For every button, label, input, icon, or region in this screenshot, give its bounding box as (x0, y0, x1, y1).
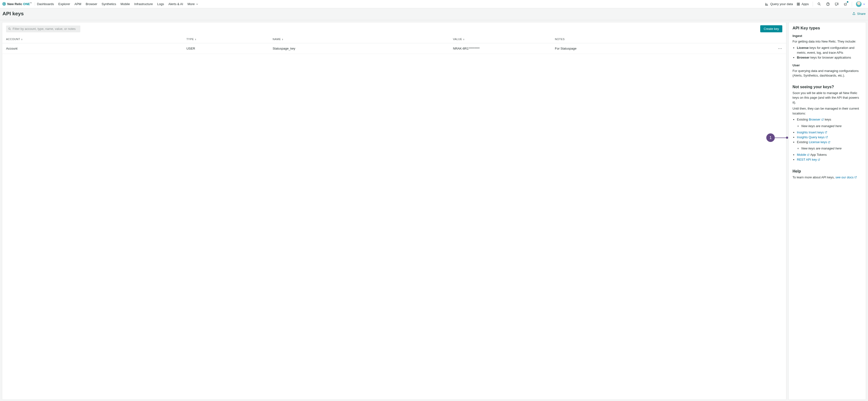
topnav-right: Query your data Apps (765, 1, 866, 7)
search-icon (8, 27, 11, 31)
nav-browser[interactable]: Browser (86, 2, 97, 6)
li-managed-here: New keys are managed here (801, 146, 862, 151)
chart-icon (765, 2, 769, 6)
external-link-icon (821, 118, 824, 121)
nav-more[interactable]: More (187, 2, 198, 6)
side-heading-notseeing: Not seeing your keys? (793, 85, 862, 89)
chat-icon (835, 2, 839, 6)
nav-infrastructure[interactable]: Infrastructure (134, 2, 153, 6)
cell-type: USER (183, 43, 269, 54)
link-mobile[interactable]: Mobile (797, 152, 809, 157)
ingest-li-browser: Browser keys for browser applications (797, 55, 862, 60)
col-value[interactable]: VALUE▲▼ (449, 35, 551, 43)
feedback-button[interactable] (834, 2, 839, 6)
table-row: Account USER Statuspage_key NRAK-8R1****… (2, 43, 786, 54)
keys-toolbar: Create key (2, 22, 786, 35)
help-icon (826, 2, 830, 6)
row-actions-button[interactable]: ··· (774, 43, 786, 54)
filter-wrap (6, 26, 80, 32)
side-heading-ingest: Ingest (793, 34, 862, 38)
nav-logs[interactable]: Logs (157, 2, 164, 6)
nav-explorer[interactable]: Explorer (58, 2, 70, 6)
external-link-icon (807, 153, 809, 156)
whats-new-button[interactable] (843, 2, 848, 6)
cell-account: Account (2, 43, 183, 54)
nav-dashboards[interactable]: Dashboards (37, 2, 54, 6)
col-account[interactable]: ACCOUNT▲▼ (2, 35, 183, 43)
external-link-icon (817, 159, 820, 161)
external-link-icon (854, 176, 857, 179)
li-mobile: Mobile App Tokens (797, 152, 862, 157)
li-existing-license: Existing License keys New keys are manag… (797, 140, 862, 151)
cell-notes: For Statuspage (551, 43, 774, 54)
cell-name: Statuspage_key (269, 43, 449, 54)
nav-mobile[interactable]: Mobile (121, 2, 130, 6)
external-link-icon (825, 136, 828, 139)
notseeing-p1: Soon you will be able to manage all New … (793, 91, 862, 105)
brand-logo-icon (2, 2, 6, 6)
apps-link[interactable]: Apps (797, 2, 809, 6)
ingest-li-license: License keys for agent configuration and… (797, 46, 862, 55)
share-icon (852, 12, 856, 15)
user-menu[interactable] (856, 1, 866, 7)
search-icon (817, 2, 821, 6)
cell-value: NRAK-8R1********* (449, 43, 551, 54)
ingest-desc: For getting data into New Relic. They in… (793, 39, 862, 44)
col-notes: NOTES (551, 35, 774, 43)
top-nav: New Relic ONE™ Dashboards Explorer APM B… (0, 0, 868, 8)
li-existing-browser: Existing Browser keys New keys are manag… (797, 117, 862, 128)
link-insights-query[interactable]: Insights Query keys (797, 135, 828, 140)
nav-more-label: More (187, 2, 195, 6)
link-insights-insert[interactable]: Insights Insert keys (797, 130, 827, 135)
notseeing-p2: Until then, they can be managed in their… (793, 106, 862, 116)
help-p: To learn more about API keys, see our do… (793, 175, 862, 180)
side-heading-types: API Key types (793, 26, 862, 31)
nav-alerts-ai[interactable]: Alerts & AI (168, 2, 183, 6)
keys-panel: Create key ACCOUNT▲▼ TYPE▲▼ NAME▲▼ VALUE… (2, 22, 786, 400)
info-panel: API Key types Ingest For getting data in… (788, 22, 866, 400)
chevron-down-icon (863, 3, 866, 6)
brand-logo[interactable]: New Relic ONE™ (2, 2, 35, 6)
sort-icon: ▲▼ (282, 38, 283, 40)
create-key-button[interactable]: Create key (760, 25, 782, 32)
share-label: Share (857, 12, 866, 16)
apps-grid-icon (797, 2, 800, 6)
nav-links: Dashboards Explorer APM Browser Syntheti… (37, 2, 198, 6)
user-desc: For querying data and managing configura… (793, 68, 862, 78)
link-browser-keys[interactable]: Browser (809, 117, 824, 122)
help-button[interactable] (826, 2, 830, 6)
page-header: API keys Share (0, 8, 868, 20)
share-button[interactable]: Share (852, 12, 866, 16)
external-link-icon (828, 141, 830, 144)
sort-icon: ▲▼ (21, 38, 23, 40)
megaphone-icon (843, 2, 847, 6)
filter-input[interactable] (12, 27, 79, 31)
side-heading-help: Help (793, 169, 862, 174)
brand-name: New Relic ONE™ (7, 2, 32, 6)
li-insights-insert: Insights Insert keys (797, 130, 862, 135)
main: Create key ACCOUNT▲▼ TYPE▲▼ NAME▲▼ VALUE… (0, 20, 868, 401)
sort-icon: ▲▼ (195, 38, 196, 40)
page-title: API keys (2, 11, 24, 17)
col-actions (774, 35, 786, 43)
side-heading-user: User (793, 63, 862, 67)
li-managed-here: New keys are managed here (801, 124, 862, 128)
nav-synthetics[interactable]: Synthetics (102, 2, 116, 6)
table-header-row: ACCOUNT▲▼ TYPE▲▼ NAME▲▼ VALUE▲▼ NOTES (2, 35, 786, 43)
link-license-keys[interactable]: License keys (809, 140, 830, 145)
global-search-button[interactable] (817, 2, 822, 6)
nav-apm[interactable]: APM (74, 2, 81, 6)
query-your-data-link[interactable]: Query your data (765, 2, 793, 6)
chevron-down-icon (196, 3, 198, 6)
col-name[interactable]: NAME▲▼ (269, 35, 449, 43)
li-insights-query: Insights Query keys (797, 135, 862, 140)
keys-table: ACCOUNT▲▼ TYPE▲▼ NAME▲▼ VALUE▲▼ NOTES Ac… (2, 35, 786, 54)
link-see-docs[interactable]: see our docs (835, 175, 857, 180)
external-link-icon (825, 131, 827, 134)
query-your-data-label: Query your data (770, 2, 793, 6)
col-type[interactable]: TYPE▲▼ (183, 35, 269, 43)
link-rest-api-key[interactable]: REST API key (797, 157, 820, 162)
apps-label: Apps (802, 2, 809, 6)
avatar (856, 1, 862, 7)
sort-icon: ▲▼ (463, 38, 465, 40)
